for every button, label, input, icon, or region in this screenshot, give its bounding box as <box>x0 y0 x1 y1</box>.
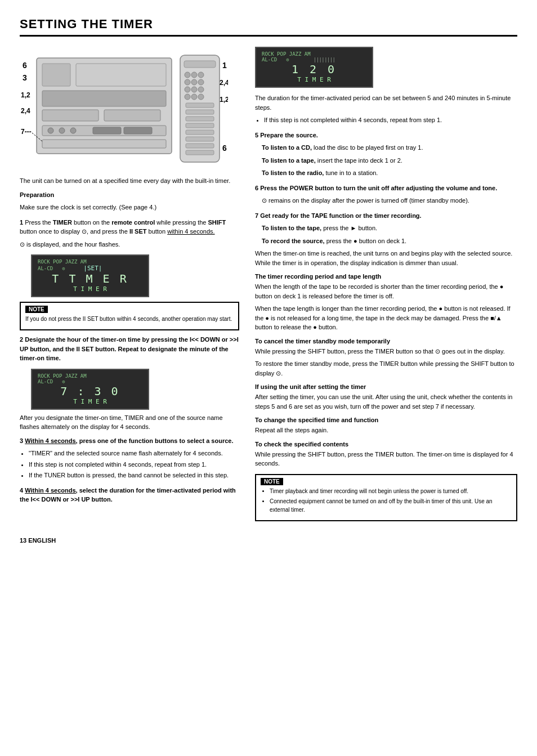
svg-rect-5 <box>104 110 160 121</box>
note2-header: NOTE <box>261 478 283 485</box>
svg-rect-27 <box>186 103 214 108</box>
svg-rect-12 <box>42 140 166 148</box>
step4-number: 4 <box>20 487 25 494</box>
step1-number: 1 <box>20 219 25 226</box>
svg-point-16 <box>191 72 197 78</box>
subsection-title-4: To change the specified time and functio… <box>255 417 517 423</box>
step-5: 5 Prepare the source. To listen to a CD,… <box>255 131 517 178</box>
svg-point-18 <box>185 79 190 85</box>
step3-number: 3 <box>20 437 25 444</box>
svg-point-25 <box>191 94 197 100</box>
step2-number: 2 <box>20 336 25 343</box>
svg-point-24 <box>185 94 190 100</box>
step2-text: Designate the hour of the timer-on time … <box>20 336 239 361</box>
svg-point-19 <box>191 79 197 85</box>
svg-rect-30 <box>186 123 214 128</box>
svg-text:6: 6 <box>222 144 227 153</box>
page-title: SETTING THE TIMER <box>20 17 517 37</box>
svg-rect-32 <box>186 137 214 141</box>
step-4: 4 Within 4 seconds, select the duration … <box>20 486 239 504</box>
note2-bullet-2: Connected equipment cannot be turned on … <box>270 497 512 514</box>
subsection-4-text: Repeat all the steps again. <box>255 426 517 435</box>
subsection-1-text2: When the tape length is longer than the … <box>255 304 517 332</box>
svg-rect-29 <box>186 117 214 121</box>
svg-point-23 <box>198 87 204 92</box>
lcd-display-2: ROCK POP JAZZ AM AL-CD ⊙ 7 : 3 0 T I M E… <box>31 369 239 410</box>
step1-text: Press the TIMER button on the remote con… <box>20 219 226 235</box>
svg-text:7---: 7--- <box>21 128 32 136</box>
svg-rect-33 <box>186 144 214 148</box>
svg-point-17 <box>198 72 204 78</box>
subsection-5-text: While pressing the SHIFT button, press t… <box>255 450 517 468</box>
step3-text: Within 4 seconds, press one of the funct… <box>25 437 233 444</box>
svg-text:2,4: 2,4 <box>220 79 228 87</box>
svg-point-22 <box>191 87 197 92</box>
svg-point-8 <box>59 128 65 133</box>
step3-bullets: "TIMER" and the selected source name fla… <box>29 449 239 480</box>
note-box-2: NOTE Timer playback and timer recording … <box>255 474 517 521</box>
left-column: 6 3 1,2 2,4 7--- 1 2,4 1,2 6 The unit ca… <box>20 47 239 526</box>
svg-rect-28 <box>186 110 214 114</box>
page-footer: 13 ENGLISH <box>20 537 517 544</box>
note-box-1: NOTE If you do not press the II SET butt… <box>20 302 239 330</box>
svg-rect-34 <box>186 150 214 155</box>
svg-point-9 <box>70 128 76 133</box>
intro-text: The unit can be turned on at a specified… <box>20 176 239 186</box>
subsection-title-3: If using the unit after setting the time… <box>255 383 517 390</box>
subsection-title-2: To cancel the timer standby mode tempora… <box>255 338 517 345</box>
note1-text: If you do not press the II SET button wi… <box>25 315 234 323</box>
subsection-2-text2: To restore the timer standby mode, press… <box>255 359 517 378</box>
right-column: ROCK POP JAZZ AM AL-CD ⊙ |||||||| 1 2 0 … <box>255 47 517 526</box>
step1-after: ⊙ is displayed, and the hour flashes. <box>20 240 239 249</box>
svg-rect-31 <box>186 130 214 135</box>
svg-text:6: 6 <box>23 61 27 70</box>
step-2: 2 Designate the hour of the timer-on tim… <box>20 335 239 363</box>
lcd-display-1: ROCK POP JAZZ AM AL-CD ⊙ |SET| T T M E R… <box>31 254 239 297</box>
svg-point-21 <box>185 87 190 92</box>
subsection-3-text: After setting the timer, you can use the… <box>255 392 517 411</box>
svg-rect-1 <box>42 64 70 86</box>
device-diagram: 6 3 1,2 2,4 7--- 1 2,4 1,2 6 <box>20 47 228 171</box>
svg-rect-10 <box>93 127 121 134</box>
svg-rect-3 <box>42 91 166 106</box>
step2-after: After you designate the timer-on time, T… <box>20 413 239 432</box>
preparation-title: Preparation <box>20 190 239 200</box>
svg-rect-2 <box>76 64 166 86</box>
step-6: 6 Press the POWER button to turn the uni… <box>255 184 517 205</box>
step-7: 7 Get ready for the TAPE function or the… <box>255 211 517 268</box>
svg-text:1,2: 1,2 <box>220 96 228 104</box>
svg-point-26 <box>198 94 204 100</box>
preparation-text: Make sure the clock is set correctly. (S… <box>20 203 239 212</box>
subsection-title-1: The timer recording period and tape leng… <box>255 273 517 280</box>
svg-text:2,4: 2,4 <box>21 107 30 115</box>
svg-rect-11 <box>124 127 152 134</box>
subsection-2-text: While pressing the SHIFT button, press t… <box>255 347 517 356</box>
right-bullet1: If this step is not completed within 4 s… <box>264 115 517 125</box>
svg-rect-14 <box>184 61 216 68</box>
subsection-1-text: When the length of the tape to be record… <box>255 282 517 301</box>
step-3: 3 Within 4 seconds, press one of the fun… <box>20 436 239 480</box>
right-intro: The duration for the timer-activated per… <box>255 93 517 112</box>
note2-bullets: Timer playback and timer recording will … <box>270 487 512 514</box>
note2-bullet-1: Timer playback and timer recording will … <box>270 487 512 495</box>
svg-point-7 <box>48 128 53 133</box>
lcd-display-3: ROCK POP JAZZ AM AL-CD ⊙ |||||||| 1 2 0 … <box>255 47 517 88</box>
step4-text: Within 4 seconds, select the duration fo… <box>20 487 236 503</box>
svg-point-15 <box>185 72 190 78</box>
svg-rect-4 <box>42 110 99 121</box>
note1-header: NOTE <box>25 306 48 313</box>
step-1: 1 Press the TIMER button on the remote c… <box>20 218 239 249</box>
svg-text:3: 3 <box>23 73 27 82</box>
subsection-title-5: To check the specified contents <box>255 441 517 448</box>
svg-point-20 <box>198 79 204 85</box>
svg-text:1: 1 <box>222 61 227 70</box>
svg-text:1,2: 1,2 <box>21 91 30 99</box>
